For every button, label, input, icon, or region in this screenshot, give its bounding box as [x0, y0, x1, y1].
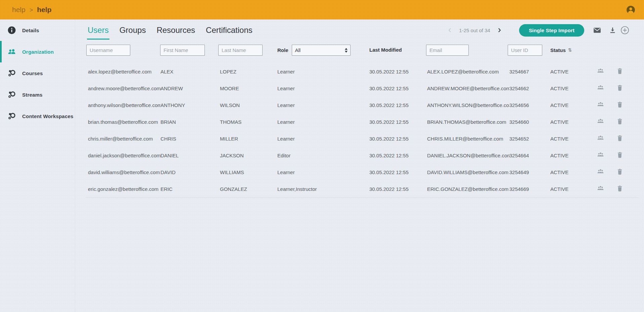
user-groups-icon[interactable]: [597, 67, 604, 74]
cell-role: Learner: [277, 86, 369, 91]
cell-last-name: LOPEZ: [220, 69, 277, 74]
cell-email: ANTHONY.WILSON@betteroffice.com: [427, 102, 509, 108]
table-row[interactable]: david.williams@betteroffice.com DAVID WI…: [86, 164, 639, 180]
email-filter-input[interactable]: [426, 45, 469, 56]
cell-last-modified: 30.05.2022 12:55: [369, 169, 427, 175]
sidebar-item-streams[interactable]: Streams: [0, 84, 75, 105]
cell-username: eric.gonzalez@betteroffice.com: [88, 186, 160, 192]
cell-first-name: DAVID: [160, 169, 220, 175]
user-groups-icon[interactable]: [597, 185, 604, 192]
delete-icon[interactable]: [616, 68, 623, 75]
delete-icon[interactable]: [616, 152, 623, 159]
cell-username: david.williams@betteroffice.com: [88, 169, 160, 175]
cell-username: anthony.wilson@betteroffice.com: [88, 102, 160, 108]
tab-bar: Users Groups Resources Certifications: [87, 21, 253, 40]
sidebar: Details Organization Courses: [0, 19, 75, 312]
cell-last-name: THOMAS: [220, 119, 277, 125]
role-select[interactable]: All: [292, 45, 351, 56]
account-icon[interactable]: [626, 5, 635, 14]
cell-email: ALEX.LOPEZ@betteroffice.com: [427, 69, 509, 74]
cell-username: andrew.moore@betteroffice.com: [88, 86, 160, 91]
cell-user-id: 3254664: [509, 153, 550, 158]
cell-last-modified: 30.05.2022 12:55: [369, 153, 427, 158]
table-row[interactable]: andrew.moore@betteroffice.com ANDREW MOO…: [86, 80, 639, 97]
cell-user-id: 3254652: [509, 136, 550, 142]
status-badge: ACTIVE: [550, 186, 597, 192]
active-indicator: [0, 62, 2, 84]
breadcrumb-current: help: [37, 6, 51, 14]
workflow-icon: [7, 69, 16, 77]
single-step-import-button[interactable]: Single Step Import: [519, 24, 584, 37]
cell-user-id: 3254649: [509, 169, 550, 175]
select-arrows-icon: [344, 48, 348, 54]
toolbar: 1-25 out of 34 Single Step Import: [447, 23, 629, 37]
breadcrumb-parent[interactable]: help: [12, 6, 26, 14]
table-row[interactable]: eric.gonzalez@betteroffice.com ERIC GONZ…: [86, 180, 639, 197]
status-header: Status: [550, 47, 566, 53]
user-groups-icon[interactable]: [597, 151, 604, 158]
last-name-filter-input[interactable]: [218, 45, 263, 56]
user-groups-icon[interactable]: [597, 135, 604, 142]
user-groups-icon[interactable]: [597, 84, 604, 91]
cell-last-name: WILSON: [220, 102, 277, 108]
table-row[interactable]: brian.thomas@betteroffice.com BRIAN THOM…: [86, 113, 639, 130]
sort-icon[interactable]: ⇅: [568, 47, 572, 53]
first-name-filter-input[interactable]: [160, 45, 205, 56]
role-label: Role: [277, 47, 288, 53]
cell-role: Learner,Instructor: [277, 186, 369, 192]
tab-groups[interactable]: Groups: [119, 21, 147, 40]
sidebar-item-details[interactable]: Details: [0, 19, 75, 41]
cell-first-name: ERIC: [160, 186, 220, 192]
add-icon[interactable]: [620, 26, 629, 35]
user-groups-icon[interactable]: [597, 101, 604, 108]
delete-icon[interactable]: [616, 168, 623, 175]
cell-user-id: 3254667: [509, 69, 550, 74]
table-row[interactable]: anthony.wilson@betteroffice.com ANTHONY …: [86, 97, 639, 113]
table-row[interactable]: alex.lopez@betteroffice.com ALEX LOPEZ L…: [86, 63, 639, 80]
user-groups-icon[interactable]: [597, 118, 604, 125]
pagination-prev-icon[interactable]: [447, 27, 453, 33]
delete-icon[interactable]: [616, 101, 623, 108]
users-table: alex.lopez@betteroffice.com ALEX LOPEZ L…: [75, 63, 644, 198]
cell-first-name: ANDREW: [160, 86, 220, 91]
cell-role: Learner: [277, 102, 369, 108]
status-badge: ACTIVE: [550, 86, 597, 91]
cell-user-id: 3254662: [509, 86, 550, 91]
cell-username: brian.thomas@betteroffice.com: [88, 119, 160, 125]
cell-last-modified: 30.05.2022 12:55: [369, 119, 427, 125]
mail-icon[interactable]: [593, 26, 601, 35]
workflow-icon: [7, 90, 16, 99]
pagination-range: 1-25 out of 34: [459, 28, 490, 33]
sidebar-item-organization[interactable]: Organization: [0, 41, 75, 62]
table-row[interactable]: chris.miller@betteroffice.com CHRIS MILL…: [86, 130, 639, 147]
cell-username: daniel.jackson@betteroffice.com: [88, 153, 160, 158]
table-row[interactable]: daniel.jackson@betteroffice.com DANIEL J…: [86, 147, 639, 164]
status-badge: ACTIVE: [550, 69, 597, 74]
tab-resources[interactable]: Resources: [156, 21, 196, 40]
cell-email: DAVID.WILLIAMS@betteroffice.com: [427, 169, 509, 175]
download-icon[interactable]: [609, 27, 616, 34]
delete-icon[interactable]: [616, 135, 623, 142]
delete-icon[interactable]: [616, 185, 623, 192]
delete-icon[interactable]: [616, 85, 623, 92]
cell-last-name: MOORE: [220, 86, 277, 91]
user-groups-icon[interactable]: [597, 168, 604, 175]
sidebar-item-label: Content Workspaces: [22, 113, 74, 119]
sidebar-item-content-workspaces[interactable]: Content Workspaces: [0, 105, 75, 127]
sidebar-item-courses[interactable]: Courses: [0, 62, 75, 84]
tab-users[interactable]: Users: [87, 21, 109, 40]
cell-first-name: DANIEL: [160, 153, 220, 158]
delete-icon[interactable]: [616, 118, 623, 125]
cell-last-modified: 30.05.2022 12:55: [369, 102, 427, 108]
breadcrumb: help > help: [12, 6, 51, 14]
cell-first-name: CHRIS: [160, 136, 220, 142]
status-badge: ACTIVE: [550, 169, 597, 175]
cell-last-name: GONZALEZ: [220, 186, 277, 192]
user-id-filter-input[interactable]: [508, 45, 542, 56]
workflow-icon: [7, 112, 16, 120]
cell-role: Learner: [277, 119, 369, 125]
tab-certifications[interactable]: Certifications: [205, 21, 253, 40]
info-icon: [7, 26, 16, 35]
username-filter-input[interactable]: [86, 45, 130, 56]
pagination-next-icon[interactable]: [496, 27, 502, 33]
